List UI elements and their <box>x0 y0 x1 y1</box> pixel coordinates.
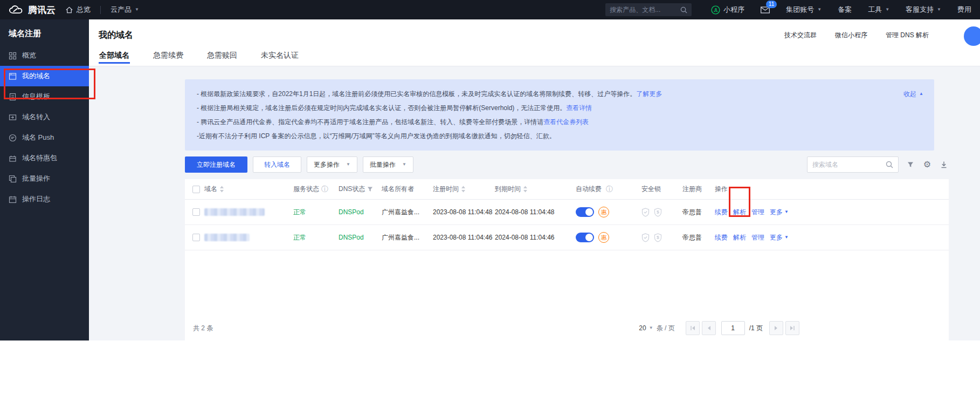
sidebar-item-overview[interactable]: 概览 <box>0 45 89 66</box>
auto-renew-toggle[interactable] <box>576 207 594 217</box>
page-header: 我的域名 技术交流群 微信小程序 管理 DNS 解析 全部域名 急需续费 急需赎… <box>89 19 980 66</box>
select-all-checkbox[interactable] <box>192 186 200 193</box>
table-row: 正常 DNSPod 广州嘉益食... 2023-08-08 11:04:48 2… <box>185 200 949 225</box>
push-circle-icon <box>9 134 17 142</box>
domain-owner: 广州嘉益食... <box>382 233 419 242</box>
tencent-cloud-logo[interactable]: 腾讯云 <box>9 4 56 16</box>
sidebar-item-operation-logs[interactable]: 操作日志 <box>0 189 89 209</box>
notice-link-learn-more[interactable]: 了解更多 <box>636 90 662 98</box>
filter-funnel-icon <box>907 161 914 168</box>
sidebar: 域名注册 概览 我的域名 信息模板 域名转入 域名 Push <box>0 19 89 340</box>
manage-action[interactable]: 管理 <box>751 233 764 242</box>
nav-icp[interactable]: 备案 <box>838 5 852 15</box>
filter-funnel-icon[interactable] <box>367 186 373 192</box>
cloud-logo-icon <box>9 5 24 15</box>
filter-button[interactable] <box>906 160 915 169</box>
navbar-search[interactable] <box>605 3 692 16</box>
page: 腾讯云 总览 云产品 ▼ 小程序 11 <box>0 0 980 395</box>
dns-status[interactable]: DNSPod <box>339 234 364 241</box>
help-avatar-button[interactable] <box>964 26 980 46</box>
navbar-right: 小程序 11 集团账号 ▼ 备案 工具 ▼ 客服支持 ▼ 费用 <box>605 3 971 16</box>
notification-badge: 11 <box>766 1 777 8</box>
page-size-select[interactable]: 20 ▼ <box>639 324 653 332</box>
info-icon[interactable]: ⓘ <box>606 186 613 193</box>
register-domain-button[interactable]: 立即注册域名 <box>185 156 247 173</box>
expire-time: 2024-08-08 11:04:46 <box>495 234 555 241</box>
nav-billing[interactable]: 费用 <box>957 5 971 15</box>
tab-all-domains[interactable]: 全部域名 <box>99 47 130 64</box>
sidebar-item-transfer-in[interactable]: 域名转入 <box>0 107 89 127</box>
notice-link-voucher-list[interactable]: 查看代金券列表 <box>543 118 589 126</box>
link-manage-dns[interactable]: 管理 DNS 解析 <box>886 31 929 40</box>
sidebar-item-my-domains[interactable]: 我的域名 <box>0 66 89 86</box>
download-icon <box>940 161 948 168</box>
row-checkbox[interactable] <box>192 208 200 216</box>
more-operations-button[interactable]: 更多操作 ▼ <box>307 156 357 173</box>
link-tech-group[interactable]: 技术交流群 <box>784 31 817 40</box>
renew-action[interactable]: 续费 <box>715 233 728 242</box>
browser-window-icon <box>9 72 17 80</box>
resolve-action[interactable]: 解析 <box>733 208 746 217</box>
sidebar-item-domain-push[interactable]: 域名 Push <box>0 127 89 148</box>
download-button[interactable] <box>939 160 949 169</box>
chevron-down-icon: ▼ <box>817 8 822 12</box>
dns-status[interactable]: DNSPod <box>339 208 364 216</box>
resolve-action[interactable]: 解析 <box>733 233 746 242</box>
table-empty-space <box>185 250 949 316</box>
nav-overview[interactable]: 总览 <box>65 5 91 15</box>
page-number-input[interactable] <box>721 321 745 335</box>
promo-badge: 惠 <box>598 207 609 217</box>
last-page-button[interactable] <box>785 321 799 335</box>
sort-icon[interactable] <box>219 186 224 193</box>
notice-collapse-button[interactable]: 收起 ▲ <box>903 87 923 101</box>
navbar-search-input[interactable] <box>610 6 680 13</box>
total-count: 共 2 条 <box>193 324 213 333</box>
batch-operations-button[interactable]: 批量操作 ▼ <box>363 156 413 173</box>
domain-table: 域名 服务状态ⓘ DNS状态 域名所有者 注册时间 到期时间 自动续费ⓘ 安全锁… <box>185 179 949 340</box>
page-title: 我的域名 <box>99 30 133 41</box>
domain-owner: 广州嘉益食... <box>382 208 419 217</box>
notice-link-details[interactable]: 查看详情 <box>566 104 592 112</box>
more-action[interactable]: 更多▼ <box>770 208 789 217</box>
sort-icon[interactable] <box>523 186 528 193</box>
sort-icon[interactable] <box>461 186 466 193</box>
pagination-controls: 20 ▼ 条 / 页 /1 页 <box>639 321 799 335</box>
mini-program-icon <box>711 5 720 15</box>
nav-mini-program[interactable]: 小程序 <box>711 5 744 15</box>
main-area: 我的域名 技术交流群 微信小程序 管理 DNS 解析 全部域名 急需续费 急需赎… <box>89 19 980 340</box>
table-row: 正常 DNSPod 广州嘉益食... 2023-08-08 11:04:46 2… <box>185 225 949 250</box>
row-checkbox[interactable] <box>192 234 200 241</box>
transfer-in-button[interactable]: 转入域名 <box>253 156 301 173</box>
settings-button[interactable]: ⚙ <box>922 160 932 169</box>
sidebar-item-domain-deals[interactable]: 域名特惠包 <box>0 148 89 168</box>
tab-renewal-urgent[interactable]: 急需续费 <box>153 47 184 64</box>
last-page-icon <box>790 325 795 331</box>
auto-renew-toggle[interactable] <box>576 233 594 242</box>
tab-not-verified[interactable]: 未实名认证 <box>260 47 299 64</box>
more-action[interactable]: 更多▼ <box>770 233 789 242</box>
expire-time: 2024-08-08 11:04:48 <box>495 208 555 216</box>
nav-products[interactable]: 云产品 ▼ <box>111 5 139 15</box>
nav-group-account[interactable]: 集团账号 ▼ <box>786 5 822 15</box>
sidebar-item-info-templates[interactable]: 信息模板 <box>0 86 89 107</box>
transfer-in-icon <box>9 113 17 121</box>
first-page-button[interactable] <box>686 321 700 335</box>
chevron-down-icon: ▼ <box>346 162 350 167</box>
toolbar: 立即注册域名 转入域名 更多操作 ▼ 批量操作 ▼ <box>185 156 949 173</box>
chevron-down-icon: ▼ <box>885 8 889 12</box>
tab-redeem-urgent[interactable]: 急需赎回 <box>206 47 238 64</box>
sidebar-item-batch-operations[interactable]: 批量操作 <box>0 168 89 189</box>
nav-messages[interactable]: 11 <box>761 6 770 13</box>
link-wechat-mini-program[interactable]: 微信小程序 <box>835 31 867 40</box>
chevron-down-icon: ▼ <box>649 326 653 330</box>
chevron-up-icon: ▲ <box>919 92 923 96</box>
info-icon[interactable]: ⓘ <box>321 186 328 193</box>
nav-support[interactable]: 客服支持 ▼ <box>906 5 941 15</box>
manage-action[interactable]: 管理 <box>751 208 764 217</box>
prev-page-button[interactable] <box>702 321 716 335</box>
domain-search[interactable] <box>807 156 899 173</box>
renew-action[interactable]: 续费 <box>715 208 728 217</box>
nav-tools[interactable]: 工具 ▼ <box>868 5 889 15</box>
domain-search-input[interactable] <box>812 161 886 168</box>
next-page-button[interactable] <box>769 321 783 335</box>
